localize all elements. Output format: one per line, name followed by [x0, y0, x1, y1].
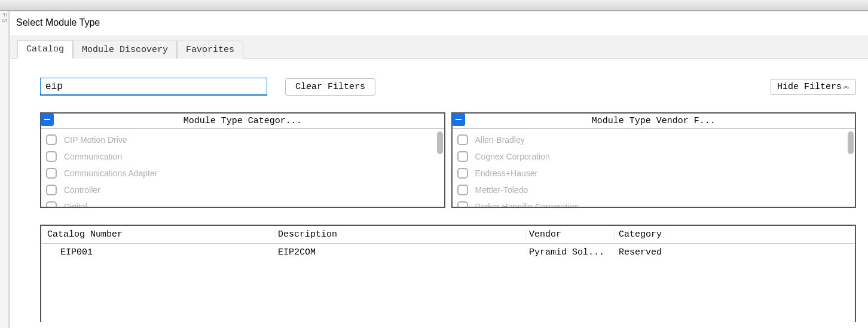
vendor-item: Parker Hannifin Corporation — [453, 198, 847, 207]
category-item-label[interactable]: Communications Adapter — [64, 166, 157, 180]
results-header: Catalog Number Description Vendor Catego… — [41, 226, 855, 244]
vendor-item-label[interactable]: Allen-Bradley — [475, 133, 525, 147]
cell-category: Reserved — [615, 247, 855, 258]
vendor-item: Endress+Hauser — [453, 165, 847, 182]
category-filter-title: Module Type Categor... — [184, 116, 302, 126]
col-header-description[interactable]: Description — [274, 229, 525, 240]
col-header-catalog[interactable]: Catalog Number — [41, 229, 274, 240]
vendor-filter-panel: Module Type Vendor F... Allen-Bradley Co… — [451, 112, 857, 208]
col-header-vendor[interactable]: Vendor — [525, 229, 615, 240]
checkbox[interactable] — [46, 185, 57, 195]
category-item-label[interactable]: Digital — [64, 200, 87, 207]
category-item: Digital — [41, 198, 436, 207]
tab-favorites[interactable]: Favorites — [177, 41, 243, 59]
chevron-double-up-icon: ︿︿ — [843, 84, 849, 90]
category-item-label[interactable]: Controller — [64, 183, 100, 197]
vendor-item-label[interactable]: Parker Hannifin Corporation — [475, 200, 579, 207]
category-item: Communication — [41, 148, 436, 165]
checkbox[interactable] — [457, 168, 468, 179]
checkbox[interactable] — [46, 151, 57, 162]
vendor-filter-header: Module Type Vendor F... — [453, 114, 855, 129]
vendor-filter-title: Module Type Vendor F... — [592, 116, 716, 126]
checkbox[interactable] — [46, 168, 57, 179]
dialog-title: Select Module Type — [10, 11, 868, 35]
parent-left-strip: F S — [0, 11, 8, 328]
search-input[interactable] — [40, 78, 267, 96]
category-filter-list: CIP Motion Drive Communication Communica… — [41, 129, 436, 207]
tab-module-discovery[interactable]: Module Discovery — [73, 41, 177, 59]
clear-filters-button[interactable]: Clear Filters — [285, 78, 375, 96]
cell-catalog: EIP001 — [41, 247, 274, 258]
vendor-collapse-toggle[interactable] — [452, 113, 465, 126]
category-item: CIP Motion Drive — [41, 131, 436, 148]
vendor-item-label[interactable]: Cognex Corporation — [475, 149, 550, 164]
checkbox[interactable] — [46, 134, 57, 145]
cell-description: EIP2COM — [274, 247, 525, 258]
vendor-item: Mettler-Toledo — [453, 182, 847, 198]
hide-filters-button[interactable]: Hide Filters ︿︿ — [771, 79, 856, 95]
category-item-label[interactable]: Communication — [64, 149, 122, 164]
results-panel: Catalog Number Description Vendor Catego… — [40, 225, 856, 322]
vendor-filter-list: Allen-Bradley Cognex Corporation Endress… — [453, 129, 847, 207]
vendor-item-label[interactable]: Endress+Hauser — [475, 166, 538, 180]
category-item: Controller — [41, 182, 436, 198]
col-header-category[interactable]: Category — [615, 229, 855, 240]
checkbox[interactable] — [457, 134, 468, 145]
checkbox[interactable] — [46, 201, 57, 207]
category-filter-header: Module Type Categor... — [41, 114, 444, 129]
category-item: Communications Adapter — [41, 165, 436, 182]
cell-vendor: Pyramid Sol... — [525, 247, 615, 258]
vendor-item: Cognex Corporation — [453, 148, 847, 165]
category-item-label[interactable]: CIP Motion Drive — [64, 133, 127, 147]
category-filter-panel: Module Type Categor... CIP Motion Drive … — [40, 112, 445, 208]
app-toolbar-bg — [0, 0, 868, 11]
tab-strip: Catalog Module Discovery Favorites — [10, 35, 868, 59]
vendor-item-label[interactable]: Mettler-Toledo — [475, 183, 528, 197]
category-collapse-toggle[interactable] — [41, 113, 54, 126]
tab-body-catalog: Clear Filters Hide Filters ︿︿ Module Typ… — [10, 59, 868, 328]
filters-row: Module Type Categor... CIP Motion Drive … — [40, 112, 856, 208]
checkbox[interactable] — [457, 151, 468, 162]
tab-catalog[interactable]: Catalog — [17, 40, 73, 59]
scrollbar[interactable] — [437, 131, 443, 204]
scrollbar[interactable] — [848, 131, 854, 204]
vendor-item: Allen-Bradley — [453, 131, 847, 148]
hide-filters-label: Hide Filters — [777, 82, 842, 92]
checkbox[interactable] — [457, 201, 468, 207]
select-module-type-dialog: Select Module Type Catalog Module Discov… — [10, 11, 868, 328]
table-row[interactable]: EIP001 EIP2COM Pyramid Sol... Reserved — [41, 244, 855, 261]
search-row: Clear Filters Hide Filters ︿︿ — [40, 78, 856, 96]
checkbox[interactable] — [457, 185, 468, 195]
